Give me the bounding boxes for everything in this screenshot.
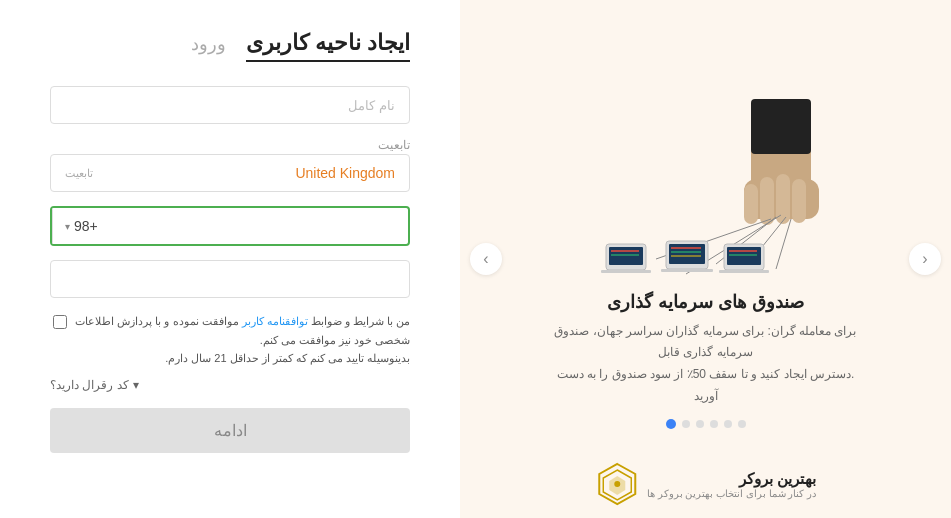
terms-text-1: من با شرایط و ضوابط xyxy=(308,315,410,327)
right-panel: ‹ › xyxy=(460,0,951,518)
left-panel: ایجاد ناحیه کاربری ورود تابعیت United Ki… xyxy=(0,0,460,518)
svg-point-32 xyxy=(614,481,620,487)
slide-image xyxy=(556,99,856,279)
phone-wrapper: +98 ▾ xyxy=(50,206,410,246)
slide-content: صندوق های سرمایه گذاری برای معامله گران:… xyxy=(496,89,916,407)
dot-2[interactable] xyxy=(682,420,690,428)
terms-row: من با شرایط و ضوابط توافقنامه کاربر مواف… xyxy=(50,312,410,368)
nationality-value: United Kingdom xyxy=(295,165,395,181)
dot-1[interactable] xyxy=(666,419,676,429)
brand-sub: در کنار شما برای انتخاب بهترین بروکر ها xyxy=(647,488,816,499)
terms-text-2: موافقت نموده و با پردازش اطلاعات xyxy=(75,315,241,327)
chevron-down-icon: ▾ xyxy=(65,221,70,232)
promo-label: کد رقرال دارید؟ xyxy=(50,378,129,392)
svg-rect-3 xyxy=(744,184,758,224)
svg-rect-28 xyxy=(719,270,769,273)
dots-row xyxy=(666,419,746,429)
chevron-left-icon: ‹ xyxy=(483,250,488,268)
full-name-input[interactable] xyxy=(50,86,410,124)
terms-link[interactable]: توافقنامه کاربر xyxy=(242,315,308,327)
svg-rect-23 xyxy=(661,269,713,272)
nationality-select[interactable]: United Kingdom تابعیت xyxy=(50,154,410,192)
terms-checkbox[interactable] xyxy=(53,315,67,329)
email-group xyxy=(50,260,410,298)
phone-code-selector[interactable]: +98 ▾ xyxy=(52,208,110,244)
slide-desc: برای معامله گران: برای سرمایه گذاران سرا… xyxy=(546,321,866,407)
terms-text-3: شخصی خود نیز موافقت می کنم. xyxy=(260,334,410,346)
next-arrow-button[interactable]: › xyxy=(909,243,941,275)
brand-name: بهترین بروکر xyxy=(647,470,816,488)
phone-code-value: +98 xyxy=(74,218,98,234)
brand-footer: بهترین بروکر در کنار شما برای انتخاب بهت… xyxy=(595,462,816,506)
dot-5[interactable] xyxy=(724,420,732,428)
dot-6[interactable] xyxy=(738,420,746,428)
tab-register[interactable]: ایجاد ناحیه کاربری xyxy=(246,30,410,62)
svg-rect-25 xyxy=(727,247,761,265)
tabs: ایجاد ناحیه کاربری ورود xyxy=(50,30,410,62)
dot-4[interactable] xyxy=(710,420,718,428)
phone-group: +98 ▾ xyxy=(50,206,410,246)
terms-text-4: بدینوسیله تایید می کنم که کمتر از حداقل … xyxy=(165,352,410,364)
brand-logo-icon xyxy=(595,462,639,506)
svg-rect-17 xyxy=(601,270,651,273)
promo-row[interactable]: ▾ کد رقرال دارید؟ xyxy=(50,378,410,392)
svg-rect-19 xyxy=(669,244,705,264)
chevron-down-icon: ▾ xyxy=(133,378,139,392)
email-input[interactable] xyxy=(50,260,410,298)
phone-input[interactable] xyxy=(110,208,408,244)
brand-text: بهترین بروکر در کنار شما برای انتخاب بهت… xyxy=(647,470,816,499)
prev-arrow-button[interactable]: ‹ xyxy=(470,243,502,275)
svg-rect-4 xyxy=(760,177,774,225)
terms-text: من با شرایط و ضوابط توافقنامه کاربر مواف… xyxy=(75,312,410,368)
submit-button[interactable]: ادامه xyxy=(50,408,410,453)
chevron-right-icon: › xyxy=(922,250,927,268)
nationality-group: تابعیت United Kingdom تابعیت xyxy=(50,138,410,192)
svg-rect-7 xyxy=(751,99,811,154)
slide-title: صندوق های سرمایه گذاری xyxy=(607,291,804,313)
svg-rect-14 xyxy=(609,247,643,265)
nationality-label-text: تابعیت xyxy=(65,167,93,180)
nationality-label: تابعیت xyxy=(50,138,410,152)
dot-3[interactable] xyxy=(696,420,704,428)
tab-login[interactable]: ورود xyxy=(191,33,226,55)
full-name-group xyxy=(50,86,410,124)
svg-rect-6 xyxy=(792,179,806,223)
